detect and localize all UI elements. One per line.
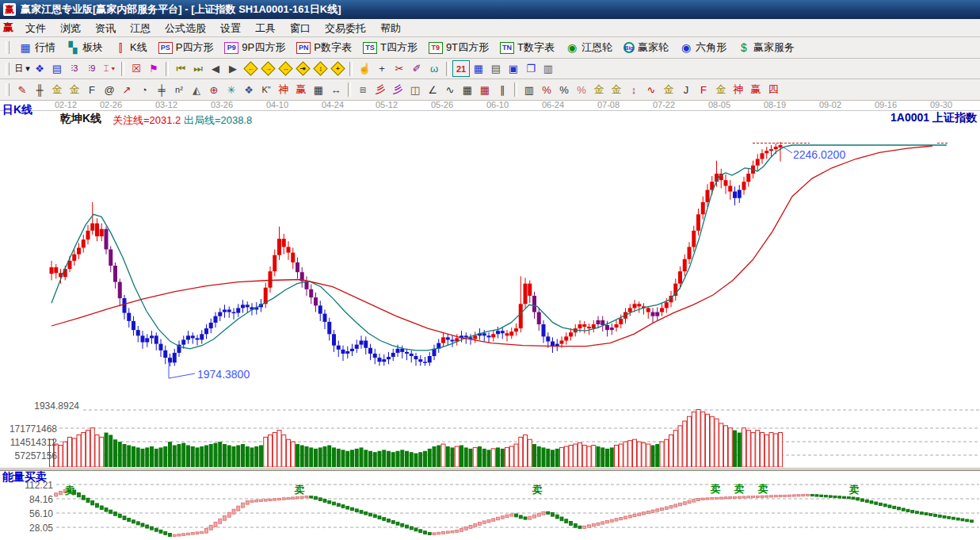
grid-123-tool[interactable]: ▦ (310, 82, 327, 98)
percent-line-tool[interactable]: % (573, 82, 590, 98)
prev-button[interactable]: ◀ (207, 60, 224, 77)
f-grid-tool[interactable]: F (83, 82, 101, 98)
shift-right-diamond[interactable]: → (259, 60, 276, 77)
menu-item-交易委托[interactable]: 交易委托 (318, 21, 373, 36)
cut-tool[interactable]: ✂ (391, 60, 408, 77)
si-angle-tool[interactable]: 四 (765, 82, 782, 98)
compress-diamond[interactable]: ⇥ (294, 60, 311, 77)
shen-angle-tool[interactable]: 神 (730, 82, 747, 98)
span-arrow-tool[interactable]: ↔ (327, 82, 345, 98)
spiral-tool[interactable]: @ (101, 82, 118, 98)
t-square-button[interactable]: TST四方形 (357, 38, 423, 57)
toolbar-grip[interactable] (6, 83, 10, 96)
expand-diamond[interactable]: ↔ (276, 60, 294, 77)
chart-box-tool[interactable]: ▥ (521, 82, 538, 98)
candle-style-dropdown[interactable]: ⌶ ▾ (101, 60, 118, 77)
next-button[interactable]: ▶ (224, 60, 242, 77)
ruler-grid-tool[interactable]: ╪ (153, 82, 170, 98)
percent-tool[interactable]: % (555, 82, 573, 98)
j-angle-tool[interactable]: J (677, 82, 695, 98)
bars-9-icon[interactable]: ⫶9 (83, 60, 101, 77)
grid-red-tool[interactable]: ▦ (476, 82, 494, 98)
fan-box-tool[interactable]: 彡 (389, 82, 406, 98)
stock-switch-icon[interactable]: ☒ (128, 60, 145, 77)
wave-tool[interactable]: ∿ (643, 82, 660, 98)
menu-item-江恩[interactable]: 江恩 (123, 21, 158, 36)
calculator-icon[interactable]: ▦ (470, 60, 487, 77)
menu-item-公式选股[interactable]: 公式选股 (158, 21, 213, 36)
export-icon[interactable]: ❐ (522, 60, 540, 77)
vzoom-diamond[interactable]: ↨ (311, 60, 329, 77)
target-tool[interactable]: ⊕ (205, 82, 223, 98)
menu-item-资讯[interactable]: 资讯 (88, 21, 123, 36)
sectors-button[interactable]: ▚板块 (61, 38, 109, 57)
gold-angle2-tool[interactable]: 金 (712, 82, 730, 98)
rocket-tool[interactable]: ↗ (118, 82, 135, 98)
print-icon[interactable]: ▥ (540, 60, 557, 77)
chart-canvas[interactable]: 02-1202-2603-1203-2604-1004-2405-1205-26… (0, 101, 980, 540)
save-icon[interactable]: ▣ (505, 60, 522, 77)
time-circle-tool[interactable]: ◔ (135, 82, 153, 98)
p-square-button[interactable]: PSP四方形 (153, 38, 219, 57)
k-quote-tool[interactable]: K" (257, 82, 275, 98)
f-angle-tool[interactable]: F (695, 82, 712, 98)
kline-button[interactable]: ⫿K线 (109, 38, 153, 57)
ying-angle-tool[interactable]: 赢 (747, 82, 765, 98)
grid-black-tool[interactable]: ▦ (459, 82, 476, 98)
ying-grid-tool[interactable]: 赢 (292, 82, 310, 98)
star-tool[interactable]: ✳ (223, 82, 240, 98)
shen-grid-tool[interactable]: 神 (275, 82, 292, 98)
menu-item-工具[interactable]: 工具 (248, 21, 283, 36)
menu-item-文件[interactable]: 文件 (18, 21, 53, 36)
fit-diamond[interactable]: + (329, 60, 346, 77)
gold-grid-tool[interactable]: 金 (48, 82, 66, 98)
shift-left-diamond[interactable]: ← (242, 60, 259, 77)
menu-item-窗口[interactable]: 窗口 (283, 21, 318, 36)
draw-tool[interactable]: ✐ (408, 60, 425, 77)
menu-item-浏览[interactable]: 浏览 (53, 21, 88, 36)
percent-red-tool[interactable]: % (538, 82, 555, 98)
panel-splitter[interactable] (0, 467, 980, 471)
gold-lines-tool[interactable]: 金 (608, 82, 625, 98)
crosshair-tool[interactable]: + (373, 60, 391, 77)
grid-tool[interactable]: ╫ (31, 82, 48, 98)
notes-icon[interactable]: ▤ (487, 60, 505, 77)
angle-a-tool[interactable]: ◭ (188, 82, 205, 98)
color-chart-icon[interactable]: ⚑ (145, 60, 162, 77)
period-label[interactable]: 日K线 (2, 103, 32, 117)
9t-square-button[interactable]: T99T四方形 (423, 38, 494, 57)
menu-item-设置[interactable]: 设置 (213, 21, 248, 36)
gold-grid2-tool[interactable]: 金 (66, 82, 83, 98)
parallel-lines-tool[interactable]: ∥ (494, 82, 511, 98)
winner-service-button[interactable]: $赢家服务 (732, 38, 800, 57)
hand-tool[interactable]: ☝ (356, 60, 373, 77)
candle-pen-tool[interactable]: ↕ (625, 82, 643, 98)
toolbar-grip[interactable] (6, 63, 10, 75)
zigzag-tool[interactable]: ∿ (441, 82, 459, 98)
gann-wheel-button[interactable]: ◉江恩轮 (560, 38, 618, 57)
t-table-button[interactable]: TNT数字表 (494, 38, 560, 57)
bars-3-icon[interactable]: ⫶3 (66, 60, 83, 77)
winner-wheel-button[interactable]: Big赢家轮 (618, 38, 674, 57)
info-doc-icon[interactable]: ▤ (48, 60, 66, 77)
box-select-tool[interactable]: ⧈ (354, 82, 372, 98)
p-table-button[interactable]: PNP数字表 (291, 38, 357, 57)
last-page-button[interactable]: ⏭ (189, 60, 207, 77)
fan-lines-tool[interactable]: 彡 (372, 82, 389, 98)
title-bar[interactable]: 赢 赢家江恩专业版[赢家内部服务平台] - [上证指数 SH1A0001-161… (0, 0, 980, 19)
quotes-button[interactable]: ▦行情 (13, 38, 61, 57)
hexagon-button[interactable]: ◉六角形 (674, 38, 732, 57)
box-star-tool[interactable]: ❖ (240, 82, 257, 98)
gold-circle-tool[interactable]: 金 (590, 82, 608, 98)
first-page-button[interactable]: ⏮ (172, 60, 189, 77)
box-lines-tool[interactable]: ◫ (406, 82, 424, 98)
menu-item-帮助[interactable]: 帮助 (373, 21, 408, 36)
calendar-icon[interactable]: 21 (452, 60, 470, 77)
pencil-tool[interactable]: ✎ (13, 82, 31, 98)
gold-angle-tool[interactable]: 金 (660, 82, 677, 98)
analyze-brain-icon[interactable]: ω (425, 60, 443, 77)
toolbar-grip[interactable] (6, 41, 10, 54)
zoom-web-icon[interactable]: ❖ (31, 60, 48, 77)
period-day-dropdown[interactable]: 日 ▾ (13, 60, 31, 77)
angle-lines-tool[interactable]: ∠ (424, 82, 441, 98)
